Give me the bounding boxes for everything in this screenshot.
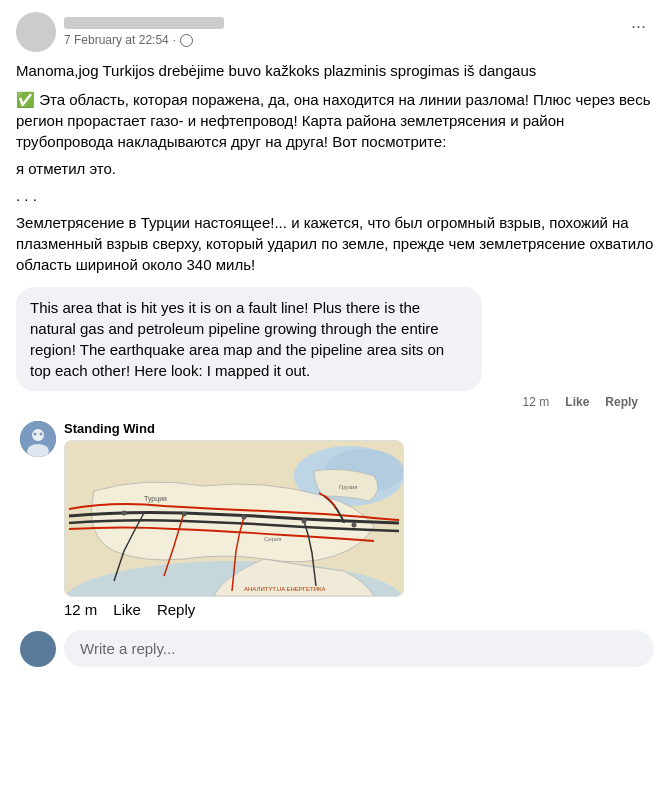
bubble-comment-content: This area that is hit yes it is on a fau… [16,287,646,409]
standing-wind-comment-body: Standing Wind [64,421,654,618]
reply-input-box[interactable]: Write a reply... [64,630,654,667]
post-body-para1: ✅ Эта область, которая поражена, да, она… [16,89,654,152]
svg-point-1 [32,429,44,441]
post-header-left: 7 February at 22:54 · [16,12,224,52]
post-separator: · [173,33,176,47]
post-body: Manoma,jog Turkijos drebėjime buvo kažko… [16,60,654,275]
standing-wind-like-button[interactable]: Like [113,601,141,618]
standing-wind-reply-button[interactable]: Reply [157,601,195,618]
bubble-comment-wrapper: This area that is hit yes it is on a fau… [16,287,654,409]
map-visual: Турция Сирия Грузия АНАЛИТУТ.UA ЕНЕРГЕТИ… [65,441,403,596]
reply-input-avatar [20,631,56,667]
comment-section: This area that is hit yes it is on a fau… [16,287,654,667]
bubble-like-button[interactable]: Like [565,395,589,409]
post-time: 7 February at 22:54 · [64,33,224,47]
post-title: Manoma,jog Turkijos drebėjime buvo kažko… [16,60,654,81]
post-header: 7 February at 22:54 · ··· [16,12,654,52]
avatar-svg [20,421,56,457]
map-legend-text: АНАЛИТУТ.UA ЕНЕРГЕТИКА [244,586,326,592]
standing-wind-comment: Standing Wind [16,421,654,618]
bubble-comment-box: This area that is hit yes it is on a fau… [16,287,482,391]
reply-input-placeholder: Write a reply... [80,640,175,657]
post-timestamp: 7 February at 22:54 [64,33,169,47]
globe-icon [180,34,193,47]
bubble-comment-actions: 12 m Like Reply [16,395,646,409]
post-body-dots: . . . [16,185,654,206]
svg-point-14 [352,523,357,528]
standing-wind-comment-actions: 12 m Like Reply [64,601,654,618]
comment-map-image: Турция Сирия Грузия АНАЛИТУТ.UA ЕНЕРГЕТИ… [64,440,404,597]
svg-point-3 [34,433,37,436]
bubble-comment-text: This area that is hit yes it is on a fau… [30,299,444,379]
svg-point-11 [182,512,187,517]
map-svg: Турция Сирия Грузия АНАЛИТУТ.UA ЕНЕРГЕТИ… [65,441,403,596]
svg-point-10 [122,511,127,516]
standing-wind-username: Standing Wind [64,421,654,436]
svg-point-12 [242,515,247,520]
svg-text:Турция: Турция [144,495,167,503]
svg-text:Грузия: Грузия [339,484,358,490]
post-author-avatar [16,12,56,52]
standing-wind-avatar [20,421,56,457]
post-meta: 7 February at 22:54 · [64,17,224,47]
post-body-para2: Землетрясение в Турции настоящее!... и к… [16,212,654,275]
post-body-note: я отметил это. [16,158,654,179]
bubble-comment-time: 12 m [523,395,550,409]
post-container: 7 February at 22:54 · ··· Manoma,jog Tur… [0,0,670,679]
post-author-name-bar [64,17,224,29]
svg-point-13 [302,519,307,524]
bubble-reply-button[interactable]: Reply [605,395,638,409]
more-options-button[interactable]: ··· [623,12,654,41]
standing-wind-time: 12 m [64,601,97,618]
reply-input-row: Write a reply... [16,630,654,667]
svg-text:Сирия: Сирия [264,536,282,542]
svg-point-4 [40,433,43,436]
